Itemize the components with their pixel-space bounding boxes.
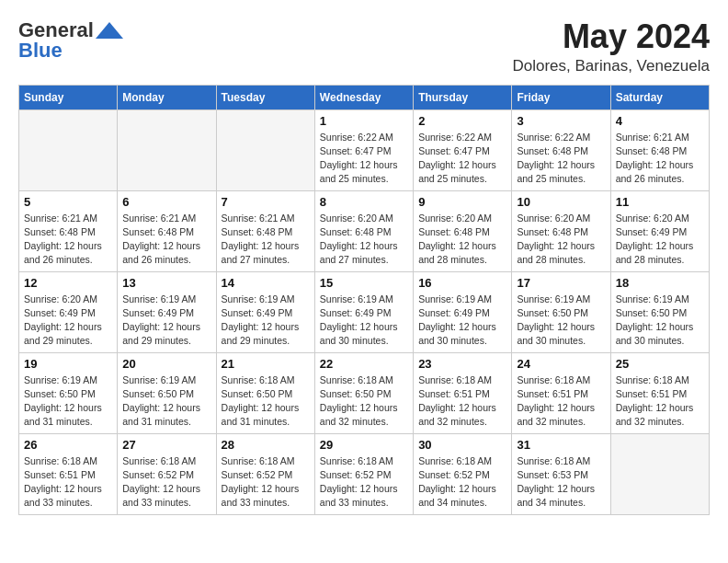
calendar-cell: 22Sunrise: 6:18 AM Sunset: 6:50 PM Dayli… bbox=[314, 352, 413, 433]
day-info: Sunrise: 6:18 AM Sunset: 6:51 PM Dayligh… bbox=[24, 454, 112, 511]
day-header-wednesday: Wednesday bbox=[314, 85, 413, 109]
day-info: Sunrise: 6:19 AM Sunset: 6:49 PM Dayligh… bbox=[222, 293, 310, 349]
day-number: 10 bbox=[517, 195, 605, 209]
week-row-1: 1Sunrise: 6:22 AM Sunset: 6:47 PM Daylig… bbox=[19, 109, 710, 190]
calendar-cell: 21Sunrise: 6:18 AM Sunset: 6:50 PM Dayli… bbox=[216, 352, 314, 433]
day-info: Sunrise: 6:19 AM Sunset: 6:50 PM Dayligh… bbox=[517, 293, 605, 349]
calendar-cell: 12Sunrise: 6:20 AM Sunset: 6:49 PM Dayli… bbox=[19, 271, 118, 352]
day-info: Sunrise: 6:19 AM Sunset: 6:49 PM Dayligh… bbox=[122, 293, 210, 349]
day-number: 1 bbox=[320, 114, 408, 128]
day-number: 5 bbox=[24, 195, 112, 209]
calendar-cell: 30Sunrise: 6:18 AM Sunset: 6:52 PM Dayli… bbox=[414, 433, 512, 514]
calendar-cell: 18Sunrise: 6:19 AM Sunset: 6:50 PM Dayli… bbox=[610, 271, 709, 352]
days-header-row: SundayMondayTuesdayWednesdayThursdayFrid… bbox=[19, 85, 710, 109]
day-info: Sunrise: 6:19 AM Sunset: 6:50 PM Dayligh… bbox=[24, 373, 112, 430]
day-info: Sunrise: 6:20 AM Sunset: 6:49 PM Dayligh… bbox=[616, 212, 704, 268]
calendar-cell: 9Sunrise: 6:20 AM Sunset: 6:48 PM Daylig… bbox=[414, 190, 512, 271]
day-number: 26 bbox=[24, 438, 112, 452]
day-header-tuesday: Tuesday bbox=[216, 85, 314, 109]
day-number: 4 bbox=[616, 114, 704, 128]
week-row-2: 5Sunrise: 6:21 AM Sunset: 6:48 PM Daylig… bbox=[19, 190, 710, 271]
day-info: Sunrise: 6:18 AM Sunset: 6:53 PM Dayligh… bbox=[517, 454, 605, 511]
calendar-cell: 4Sunrise: 6:21 AM Sunset: 6:48 PM Daylig… bbox=[610, 109, 709, 190]
svg-marker-0 bbox=[96, 22, 123, 39]
day-info: Sunrise: 6:18 AM Sunset: 6:52 PM Dayligh… bbox=[418, 454, 506, 511]
day-info: Sunrise: 6:21 AM Sunset: 6:48 PM Dayligh… bbox=[24, 212, 112, 268]
day-info: Sunrise: 6:18 AM Sunset: 6:52 PM Dayligh… bbox=[320, 454, 408, 511]
calendar-title: May 2024 bbox=[512, 18, 710, 55]
day-info: Sunrise: 6:22 AM Sunset: 6:47 PM Dayligh… bbox=[418, 131, 506, 187]
calendar-cell: 28Sunrise: 6:18 AM Sunset: 6:52 PM Dayli… bbox=[216, 433, 314, 514]
day-info: Sunrise: 6:21 AM Sunset: 6:48 PM Dayligh… bbox=[122, 212, 210, 268]
day-number: 14 bbox=[222, 276, 310, 290]
calendar-cell bbox=[216, 109, 314, 190]
day-info: Sunrise: 6:20 AM Sunset: 6:49 PM Dayligh… bbox=[24, 293, 112, 349]
day-info: Sunrise: 6:18 AM Sunset: 6:51 PM Dayligh… bbox=[418, 373, 506, 430]
calendar-cell: 16Sunrise: 6:19 AM Sunset: 6:49 PM Dayli… bbox=[414, 271, 512, 352]
calendar-cell bbox=[118, 109, 216, 190]
day-header-sunday: Sunday bbox=[19, 85, 118, 109]
calendar-cell: 8Sunrise: 6:20 AM Sunset: 6:48 PM Daylig… bbox=[314, 190, 413, 271]
day-number: 8 bbox=[320, 195, 408, 209]
calendar-cell: 31Sunrise: 6:18 AM Sunset: 6:53 PM Dayli… bbox=[512, 433, 610, 514]
day-info: Sunrise: 6:20 AM Sunset: 6:48 PM Dayligh… bbox=[320, 212, 408, 268]
calendar-cell: 29Sunrise: 6:18 AM Sunset: 6:52 PM Dayli… bbox=[314, 433, 413, 514]
day-number: 17 bbox=[517, 276, 605, 290]
calendar-cell: 10Sunrise: 6:20 AM Sunset: 6:48 PM Dayli… bbox=[512, 190, 610, 271]
day-info: Sunrise: 6:18 AM Sunset: 6:50 PM Dayligh… bbox=[222, 373, 310, 430]
calendar-cell: 5Sunrise: 6:21 AM Sunset: 6:48 PM Daylig… bbox=[19, 190, 118, 271]
day-number: 25 bbox=[616, 357, 704, 371]
day-number: 13 bbox=[122, 276, 210, 290]
day-number: 30 bbox=[418, 438, 506, 452]
day-header-monday: Monday bbox=[118, 85, 216, 109]
calendar-cell bbox=[19, 109, 118, 190]
day-info: Sunrise: 6:21 AM Sunset: 6:48 PM Dayligh… bbox=[222, 212, 310, 268]
day-info: Sunrise: 6:18 AM Sunset: 6:51 PM Dayligh… bbox=[616, 373, 704, 430]
day-number: 2 bbox=[418, 114, 506, 128]
day-number: 31 bbox=[517, 438, 605, 452]
day-number: 18 bbox=[616, 276, 704, 290]
calendar-cell: 26Sunrise: 6:18 AM Sunset: 6:51 PM Dayli… bbox=[19, 433, 118, 514]
logo-blue-text: Blue bbox=[18, 39, 63, 63]
week-row-5: 26Sunrise: 6:18 AM Sunset: 6:51 PM Dayli… bbox=[19, 433, 710, 514]
day-number: 12 bbox=[24, 276, 112, 290]
calendar-table: SundayMondayTuesdayWednesdayThursdayFrid… bbox=[18, 85, 710, 515]
day-number: 21 bbox=[222, 357, 310, 371]
day-number: 29 bbox=[320, 438, 408, 452]
day-number: 16 bbox=[418, 276, 506, 290]
day-number: 27 bbox=[122, 438, 210, 452]
day-number: 7 bbox=[222, 195, 310, 209]
calendar-cell: 23Sunrise: 6:18 AM Sunset: 6:51 PM Dayli… bbox=[414, 352, 512, 433]
day-number: 6 bbox=[122, 195, 210, 209]
day-info: Sunrise: 6:19 AM Sunset: 6:50 PM Dayligh… bbox=[122, 373, 210, 430]
calendar-cell: 3Sunrise: 6:22 AM Sunset: 6:48 PM Daylig… bbox=[512, 109, 610, 190]
calendar-cell: 2Sunrise: 6:22 AM Sunset: 6:47 PM Daylig… bbox=[414, 109, 512, 190]
day-info: Sunrise: 6:20 AM Sunset: 6:48 PM Dayligh… bbox=[517, 212, 605, 268]
day-number: 11 bbox=[616, 195, 704, 209]
day-number: 9 bbox=[418, 195, 506, 209]
calendar-cell: 13Sunrise: 6:19 AM Sunset: 6:49 PM Dayli… bbox=[118, 271, 216, 352]
calendar-cell: 25Sunrise: 6:18 AM Sunset: 6:51 PM Dayli… bbox=[610, 352, 709, 433]
calendar-cell: 6Sunrise: 6:21 AM Sunset: 6:48 PM Daylig… bbox=[118, 190, 216, 271]
day-number: 23 bbox=[418, 357, 506, 371]
calendar-cell: 15Sunrise: 6:19 AM Sunset: 6:49 PM Dayli… bbox=[314, 271, 413, 352]
day-number: 20 bbox=[122, 357, 210, 371]
calendar-cell: 27Sunrise: 6:18 AM Sunset: 6:52 PM Dayli… bbox=[118, 433, 216, 514]
day-number: 28 bbox=[222, 438, 310, 452]
day-info: Sunrise: 6:18 AM Sunset: 6:50 PM Dayligh… bbox=[320, 373, 408, 430]
calendar-cell: 24Sunrise: 6:18 AM Sunset: 6:51 PM Dayli… bbox=[512, 352, 610, 433]
day-header-saturday: Saturday bbox=[610, 85, 709, 109]
calendar-cell: 19Sunrise: 6:19 AM Sunset: 6:50 PM Dayli… bbox=[19, 352, 118, 433]
day-info: Sunrise: 6:22 AM Sunset: 6:47 PM Dayligh… bbox=[320, 131, 408, 187]
calendar-cell bbox=[610, 433, 709, 514]
week-row-3: 12Sunrise: 6:20 AM Sunset: 6:49 PM Dayli… bbox=[19, 271, 710, 352]
title-block: May 2024 Dolores, Barinas, Venezuela bbox=[512, 18, 710, 75]
day-info: Sunrise: 6:19 AM Sunset: 6:49 PM Dayligh… bbox=[320, 293, 408, 349]
calendar-cell: 1Sunrise: 6:22 AM Sunset: 6:47 PM Daylig… bbox=[314, 109, 413, 190]
day-number: 19 bbox=[24, 357, 112, 371]
day-info: Sunrise: 6:21 AM Sunset: 6:48 PM Dayligh… bbox=[616, 131, 704, 187]
logo: General Blue bbox=[18, 18, 123, 63]
calendar-location: Dolores, Barinas, Venezuela bbox=[512, 57, 710, 75]
day-number: 15 bbox=[320, 276, 408, 290]
day-info: Sunrise: 6:18 AM Sunset: 6:52 PM Dayligh… bbox=[222, 454, 310, 511]
